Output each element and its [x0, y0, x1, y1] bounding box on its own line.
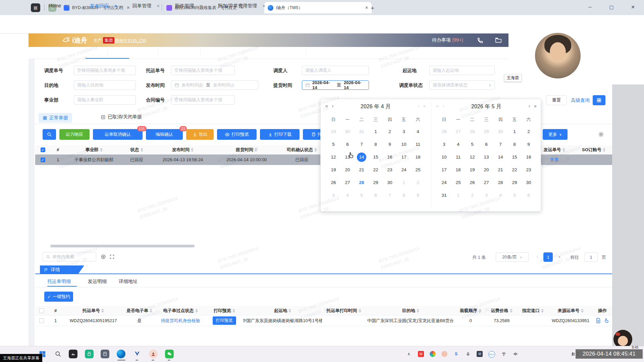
page-number-current[interactable]: 1	[543, 252, 553, 262]
calendar-day[interactable]: 5	[355, 189, 369, 202]
action-button-2[interactable]: 运单取消确认131	[93, 129, 143, 140]
calendar-day[interactable]: 17	[437, 164, 451, 176]
action-button-4[interactable]: 导出	[186, 129, 214, 140]
window-close-button[interactable]: ✕	[623, 0, 643, 14]
calendar-day[interactable]: 28	[465, 125, 479, 138]
calendar-day[interactable]: 18	[451, 164, 465, 176]
calendar-day[interactable]: 3	[437, 138, 451, 151]
contact-tray-icon[interactable]	[441, 351, 447, 357]
calendar-day[interactable]: 14	[493, 151, 507, 164]
org-badge[interactable]: 集团	[103, 37, 114, 44]
browser-tab-3-active[interactable]: i迪舟（TMS） ✕	[264, 2, 372, 13]
calendar-day[interactable]: 27	[479, 176, 493, 189]
calendar-day[interactable]: 5	[465, 138, 479, 151]
row-checkbox[interactable]	[39, 318, 44, 323]
close-icon[interactable]: ✕	[66, 4, 70, 8]
tray-chevron-up-icon[interactable]: ∧	[406, 351, 412, 357]
calculator-app-icon[interactable]	[101, 350, 109, 358]
search-button[interactable]	[43, 129, 56, 140]
calendar-day[interactable]: 31	[355, 125, 369, 138]
colorful-tray-icon[interactable]	[430, 351, 436, 357]
column-header[interactable]: 状态	[122, 145, 151, 154]
column-header[interactable]: 是否电子单	[123, 306, 155, 315]
calendar-day[interactable]: 29	[326, 125, 340, 138]
destination-input[interactable]: 请输入目的地	[74, 80, 136, 90]
origin-input[interactable]: 请输入起运地	[429, 66, 495, 75]
tab-home[interactable]: Home ✕	[49, 3, 70, 8]
calendar-day[interactable]: 11	[451, 151, 465, 164]
column-header[interactable]: 提货时间	[215, 145, 278, 154]
calendar-day[interactable]: 1	[507, 125, 522, 138]
close-tab-icon[interactable]: ✕	[365, 5, 368, 10]
horizontal-scrollbar[interactable]	[50, 245, 195, 247]
column-header[interactable]: 目的地	[366, 306, 455, 315]
calendar-day[interactable]: 10	[437, 151, 451, 164]
wps-tray-icon[interactable]: W	[418, 351, 424, 357]
status-link[interactable]: 待提货司机身份核验	[161, 318, 200, 324]
document-icon[interactable]	[595, 318, 601, 323]
contact-app-icon[interactable]	[149, 350, 158, 358]
photos-app-icon[interactable]	[69, 350, 77, 358]
calendar-day[interactable]: 19	[465, 164, 479, 176]
column-header[interactable]: 运费价格	[486, 306, 518, 315]
select-all-checkbox[interactable]	[39, 308, 44, 313]
calendar-day[interactable]: 15	[369, 151, 383, 164]
calendar-day[interactable]: 4	[340, 189, 355, 202]
calendar-day[interactable]: 11	[411, 138, 425, 151]
calendar-day[interactable]: 4	[411, 125, 425, 138]
row-checkbox[interactable]: ✓	[41, 158, 45, 162]
calendar-day[interactable]: 22	[507, 164, 522, 176]
calendar-day[interactable]: 21	[493, 164, 507, 176]
phone-icon[interactable]	[477, 37, 484, 44]
business-unit-input[interactable]: 请输入事业部	[74, 95, 136, 105]
more-button[interactable]: 更多∨	[543, 129, 568, 140]
calendar-day[interactable]: 2	[522, 125, 536, 138]
dictionary-tray-icon[interactable]: 词	[477, 351, 483, 357]
publish-time-range-input[interactable]: 发布时间起至发布时间止	[171, 80, 258, 90]
calendar-day[interactable]: 28	[355, 176, 369, 189]
tab-receipt-mgmt[interactable]: 回单管理 ✕	[132, 3, 160, 9]
action-button-5[interactable]: 打印预览	[217, 129, 257, 140]
calendar-day[interactable]: 25	[411, 164, 425, 176]
calendar-day[interactable]: 7	[355, 138, 369, 151]
calendar-day[interactable]: 26	[437, 125, 451, 138]
folder-icon[interactable]	[495, 37, 502, 44]
dispatcher-input[interactable]: 请输入调度人	[302, 66, 369, 75]
calendar-day[interactable]: 20	[479, 164, 493, 176]
calendar-day[interactable]: 8	[507, 138, 522, 151]
calendar-day[interactable]: 6	[369, 189, 383, 202]
window-maximize-button[interactable]: ▢	[601, 0, 622, 14]
close-icon[interactable]: ✕	[114, 4, 117, 8]
calendar-day[interactable]: 28	[493, 176, 507, 189]
calendar-day[interactable]: 29	[369, 176, 383, 189]
calendar-day[interactable]: 19	[326, 164, 340, 176]
one-click-booking-button[interactable]: ✓一键预约	[44, 292, 73, 302]
close-icon[interactable]: ✕	[262, 4, 265, 8]
goto-page-input[interactable]: 1	[584, 252, 598, 262]
tab-actions-icon[interactable]: ▤	[31, 3, 40, 12]
column-header[interactable]: 指定道口	[518, 306, 548, 315]
detail-tab-address[interactable]: 详细地址	[119, 279, 138, 285]
print-preview-button[interactable]: 打印预览	[213, 316, 236, 325]
next-page-icon[interactable]: ›	[559, 254, 560, 259]
column-header[interactable]: 打印预览	[206, 306, 243, 315]
calendar-day[interactable]: 5	[507, 189, 522, 202]
table-fullscreen-icon[interactable]	[109, 254, 115, 259]
close-tab-icon[interactable]: ✕	[126, 5, 130, 10]
calendar-day[interactable]: 10	[397, 138, 411, 151]
column-header[interactable]: 起运地	[243, 306, 322, 315]
query-button[interactable]	[593, 95, 605, 105]
calendar-day[interactable]: 1	[451, 189, 465, 202]
todo-link[interactable]: 待办事项 (99+)	[432, 37, 463, 43]
column-header[interactable]: 操作	[593, 306, 612, 315]
detail-tab-waybill[interactable]: 托运单明细	[47, 279, 71, 285]
calendar-day[interactable]: 8	[397, 189, 411, 202]
microphone-tray-icon[interactable]	[465, 351, 471, 357]
action-button-3[interactable]: 编辑确认23	[146, 129, 183, 140]
calendar-day[interactable]: 24	[437, 176, 451, 189]
advanced-query-link[interactable]: 高级查询	[571, 98, 590, 104]
ifly-tray-icon[interactable]: iFLY	[488, 351, 495, 358]
mail-app-icon[interactable]	[133, 350, 142, 358]
table-search-input[interactable]: 表格内搜索	[43, 252, 96, 261]
calendar-day[interactable]: 3	[397, 125, 411, 138]
